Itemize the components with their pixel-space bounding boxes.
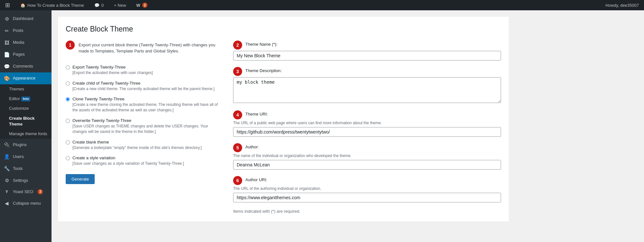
theme-name-input[interactable]	[233, 51, 501, 60]
radio-export-desc: [Export the activated theme with user ch…	[72, 70, 153, 76]
manage-fonts-label: Manage theme fonts	[9, 131, 47, 137]
theme-desc-group: 3 Theme Description: my block theme	[233, 67, 501, 104]
sidebar-item-dashboard[interactable]: ⚙ Dashboard	[0, 13, 52, 25]
customize-label: Customize	[9, 106, 29, 111]
sidebar-item-comments[interactable]: 💬 Comments	[0, 60, 52, 72]
plugin-badge: 3	[142, 3, 147, 8]
radio-blank-label: Create blank theme	[72, 140, 202, 144]
collapse-icon: ◀	[4, 200, 10, 207]
settings-icon: ⚙	[4, 177, 10, 184]
sidebar-item-create-block-theme[interactable]: Create Block Theme	[0, 114, 52, 129]
author-input[interactable]	[233, 160, 501, 170]
generate-button[interactable]: Generate	[66, 174, 95, 184]
sidebar-item-themes[interactable]: Themes	[0, 84, 52, 94]
yoast-label: Yoast SEO	[13, 189, 33, 195]
users-icon: 👤	[4, 153, 10, 160]
dashboard-icon: ⚙	[4, 15, 10, 22]
options-panel: 1 Export your current block theme (Twent…	[66, 41, 220, 184]
sidebar-item-settings[interactable]: ⚙ Settings	[0, 174, 52, 186]
fields-panel: 2 Theme Name (*): 3 Theme Description: m…	[233, 41, 501, 214]
sidebar-item-yoast[interactable]: Y Yoast SEO 3	[0, 186, 52, 197]
radio-variation[interactable]: Create a style variation [Save user chan…	[66, 155, 220, 166]
theme-uri-sublabel: The URL of a public web page where users…	[233, 121, 501, 125]
yoast-icon: Y	[4, 189, 10, 195]
required-note: Items indicated with (*) are required.	[233, 209, 501, 214]
sidebar-item-customize[interactable]: Customize	[0, 104, 52, 113]
author-sublabel: The name of the individual or organizati…	[233, 154, 501, 158]
editor-beta-badge: beta	[21, 97, 31, 101]
comments-nav-label: Comments	[13, 63, 33, 69]
theme-desc-label: Theme Description:	[245, 68, 282, 73]
intro-text: Export your current block theme (Twenty …	[79, 42, 220, 54]
sidebar-item-posts[interactable]: ✏ Posts	[0, 25, 52, 37]
theme-name-group: 2 Theme Name (*):	[233, 41, 501, 60]
appearance-icon: 🎨	[4, 75, 10, 82]
radio-clone[interactable]: Clone Twenty Twenty-Three [Create a new …	[66, 97, 220, 113]
howdy-text: Howdy, dee35007	[605, 3, 639, 8]
sidebar-item-media[interactable]: 🖼 Media	[0, 37, 52, 49]
site-name-button[interactable]: 🏠 How To Create a Block Theme	[18, 0, 87, 10]
sidebar-item-pages[interactable]: 📄 Pages	[0, 49, 52, 60]
radio-blank-input[interactable]	[66, 140, 70, 144]
radio-child-input[interactable]	[66, 81, 70, 86]
page-title: Create Block Theme	[66, 24, 501, 34]
home-icon: 🏠	[20, 3, 25, 8]
radio-clone-input[interactable]	[66, 97, 70, 101]
pages-label: Pages	[13, 51, 25, 57]
media-icon: 🖼	[4, 39, 10, 46]
radio-overwrite-input[interactable]	[66, 119, 70, 123]
themes-label: Themes	[9, 86, 24, 92]
radio-export[interactable]: Export Twenty Twenty-Three [Export the a…	[66, 65, 220, 76]
theme-uri-input[interactable]	[233, 127, 501, 137]
radio-overwrite-desc: [Save USER changes as THEME changes and …	[72, 124, 220, 135]
step-5-circle: 5	[233, 143, 242, 152]
radio-variation-label: Create a style variation	[72, 155, 184, 160]
collapse-label: Collapse menu	[13, 200, 41, 206]
yoast-badge: 3	[38, 189, 43, 194]
new-content-button[interactable]: + New	[111, 0, 128, 10]
appearance-label: Appearance	[13, 75, 35, 81]
radio-overwrite-label: Overwrite Twenty Twenty-Three	[72, 118, 220, 123]
radio-overwrite[interactable]: Overwrite Twenty Twenty-Three [Save USER…	[66, 118, 220, 135]
media-label: Media	[13, 40, 24, 45]
radio-clone-label: Clone Twenty Twenty-Three	[72, 97, 220, 101]
sidebar-collapse-button[interactable]: ◀ Collapse menu	[0, 197, 52, 209]
sidebar-item-tools[interactable]: 🔧 Tools	[0, 163, 52, 174]
theme-name-label: Theme Name (*):	[245, 42, 278, 47]
create-block-theme-label: Create Block Theme	[9, 116, 48, 127]
radio-export-input[interactable]	[66, 65, 70, 70]
wp-logo-icon: ⊞	[5, 2, 10, 9]
step-4-circle: 4	[233, 110, 242, 119]
theme-uri-label: Theme URI:	[245, 112, 268, 116]
admin-sidebar: ⚙ Dashboard ✏ Posts 🖼 Media 📄 Pages 💬 Co…	[0, 10, 52, 242]
posts-label: Posts	[13, 28, 24, 33]
sidebar-item-plugins[interactable]: 🔌 Plugins	[0, 139, 52, 151]
tools-label: Tools	[13, 166, 23, 172]
site-name-label: How To Create a Block Theme	[27, 3, 84, 8]
comments-count: 0	[101, 3, 104, 8]
plugins-icon: 🔌	[4, 141, 10, 148]
theme-desc-input[interactable]: my block theme	[233, 77, 501, 103]
sidebar-item-users[interactable]: 👤 Users	[0, 151, 52, 163]
step-1-circle: 1	[66, 41, 75, 50]
pages-icon: 📄	[4, 51, 10, 58]
wp-logo-button[interactable]: ⊞	[3, 0, 13, 10]
author-uri-group: 6 Author URI: The URL of the authoring i…	[233, 176, 501, 202]
radio-child-label: Create child of Twenty Twenty-Three	[72, 81, 214, 86]
radio-variation-input[interactable]	[66, 156, 70, 160]
radio-variation-desc: [Save user changes as a style variation …	[72, 161, 184, 166]
radio-blank[interactable]: Create blank theme [Generate a boilerpla…	[66, 140, 220, 151]
sidebar-item-appearance[interactable]: 🎨 Appearance	[0, 72, 52, 84]
plugin-icon: W	[136, 3, 140, 8]
sidebar-item-editor[interactable]: Editor beta	[0, 94, 52, 104]
radio-child[interactable]: Create child of Twenty Twenty-Three [Cre…	[66, 81, 220, 92]
plugins-label: Plugins	[13, 142, 27, 148]
theme-uri-group: 4 Theme URI: The URL of a public web pag…	[233, 110, 501, 137]
sidebar-item-manage-fonts[interactable]: Manage theme fonts	[0, 129, 52, 139]
new-label: + New	[114, 3, 126, 8]
plugin-toolbar-button[interactable]: W 3	[134, 0, 150, 10]
comments-button[interactable]: 💬 0	[92, 0, 106, 10]
author-uri-input[interactable]	[233, 193, 501, 202]
tools-icon: 🔧	[4, 165, 10, 172]
step-2-circle: 2	[233, 41, 242, 50]
